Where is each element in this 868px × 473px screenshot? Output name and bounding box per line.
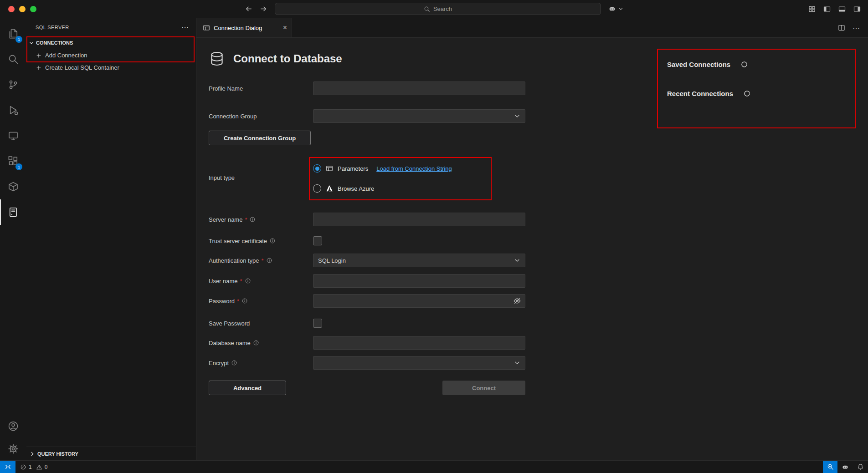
- connect-button[interactable]: Connect: [442, 381, 525, 395]
- close-tab-icon[interactable]: ×: [283, 24, 287, 31]
- refresh-icon[interactable]: [740, 61, 748, 68]
- activity-sql-server[interactable]: [0, 199, 26, 225]
- customize-layout-icon[interactable]: [808, 5, 816, 13]
- input-type-radio-group: Parameters Load from Connection String B…: [313, 159, 452, 196]
- dialog-buttons-row: Advanced Connect: [209, 381, 525, 395]
- plus-icon: [36, 52, 42, 59]
- activity-extensions[interactable]: 1: [0, 148, 26, 174]
- chevron-down-icon: [618, 6, 623, 11]
- layout-controls: [808, 0, 861, 18]
- profile-name-input[interactable]: [313, 81, 525, 95]
- minimize-window-button[interactable]: [19, 6, 26, 12]
- source-control-icon: [8, 79, 19, 90]
- more-actions-icon[interactable]: ⋯: [853, 24, 860, 32]
- copilot-status-icon[interactable]: [837, 461, 853, 473]
- chevron-down-icon: [28, 40, 35, 46]
- problems-indicator[interactable]: 1 0: [15, 461, 49, 473]
- remote-indicator[interactable]: [0, 461, 15, 473]
- activity-run-debug[interactable]: [0, 97, 26, 123]
- database-name-input[interactable]: [313, 336, 525, 350]
- toggle-panel-icon[interactable]: [838, 5, 846, 13]
- sql-server-icon: [8, 207, 19, 218]
- copilot-menu[interactable]: [608, 5, 623, 13]
- saved-connections-row: Saved Connections: [667, 59, 868, 70]
- activity-explorer[interactable]: 1: [0, 21, 26, 46]
- save-password-checkbox[interactable]: [313, 319, 322, 328]
- create-connection-group-button[interactable]: Create Connection Group: [209, 131, 311, 145]
- toggle-secondary-sidebar-icon[interactable]: [853, 5, 861, 13]
- errors-count: 1: [29, 464, 32, 470]
- parameters-option: Parameters Load from Connection String: [313, 162, 452, 175]
- run-debug-icon: [8, 105, 19, 116]
- command-center-search[interactable]: Search: [275, 3, 601, 15]
- close-window-button[interactable]: [8, 6, 15, 12]
- encrypt-select[interactable]: [313, 356, 525, 370]
- toggle-sidebar-icon[interactable]: [823, 5, 831, 13]
- tab-connection-dialog[interactable]: Connection Dialog ×: [196, 18, 292, 37]
- chevron-down-icon: [514, 113, 520, 119]
- password-row: Password *: [209, 294, 655, 308]
- query-history-section-header[interactable]: QUERY HISTORY: [26, 447, 196, 460]
- explorer-badge: 1: [15, 36, 22, 43]
- trust-server-certificate-checkbox[interactable]: [313, 236, 322, 245]
- maximize-window-button[interactable]: [30, 6, 36, 12]
- user-name-input[interactable]: [313, 274, 525, 288]
- create-local-sql-container-item[interactable]: Create Local SQL Container: [26, 61, 196, 74]
- profile-name-label: Profile Name: [209, 85, 313, 92]
- activity-search[interactable]: [0, 46, 26, 72]
- authentication-type-label: Authentication type *: [209, 257, 313, 264]
- history-navigation: [245, 5, 267, 13]
- password-info-icon[interactable]: [241, 298, 248, 304]
- authentication-type-info-icon[interactable]: [266, 257, 272, 264]
- connection-dialog-form: Connect to Database Profile Name Connect…: [196, 38, 655, 460]
- parameters-label[interactable]: Parameters: [338, 165, 368, 172]
- trust-server-certificate-info-icon[interactable]: [269, 238, 276, 244]
- activity-containers[interactable]: [0, 174, 26, 199]
- toggle-password-visibility-icon[interactable]: [513, 297, 521, 305]
- password-input[interactable]: [313, 294, 525, 308]
- profile-name-row: Profile Name: [209, 81, 655, 95]
- cube-icon: [8, 181, 19, 192]
- connection-group-label: Connection Group: [209, 113, 313, 120]
- database-name-info-icon[interactable]: [253, 340, 259, 346]
- editor-body: Connect to Database Profile Name Connect…: [196, 38, 868, 460]
- parameters-radio[interactable]: [313, 164, 321, 173]
- activity-settings[interactable]: [0, 437, 26, 460]
- user-name-info-icon[interactable]: [245, 278, 251, 284]
- connections-section-header[interactable]: CONNECTIONS: [26, 36, 196, 49]
- zoom-indicator[interactable]: [823, 461, 837, 473]
- browse-azure-radio[interactable]: [313, 184, 321, 193]
- vscode-window: Search: [0, 0, 868, 473]
- activity-accounts[interactable]: [0, 415, 26, 437]
- server-name-info-icon[interactable]: [249, 216, 256, 223]
- forward-icon[interactable]: [260, 5, 267, 13]
- sidebar-header: SQL SERVER ⋯: [26, 18, 196, 36]
- database-name-row: Database name: [209, 336, 655, 350]
- encrypt-info-icon[interactable]: [231, 360, 237, 366]
- advanced-button[interactable]: Advanced: [209, 381, 286, 395]
- back-icon[interactable]: [245, 5, 252, 13]
- connection-group-select[interactable]: [313, 109, 525, 123]
- warnings-count: 0: [45, 464, 48, 470]
- server-name-input[interactable]: [313, 213, 525, 226]
- main-area: 1 1: [0, 18, 868, 460]
- activity-bar-spacer: [0, 225, 26, 415]
- activity-source-control[interactable]: [0, 72, 26, 97]
- sidebar-more-actions-icon[interactable]: ⋯: [181, 25, 189, 30]
- notifications-bell-icon[interactable]: [853, 461, 868, 473]
- tab-bar: Connection Dialog × ⋯: [196, 18, 868, 38]
- authentication-type-select[interactable]: SQL Login: [313, 254, 525, 267]
- required-asterisk: *: [262, 257, 264, 264]
- load-from-connection-string-link[interactable]: Load from Connection String: [376, 165, 452, 172]
- saved-connections-header: Saved Connections: [667, 61, 730, 68]
- refresh-icon[interactable]: [743, 90, 751, 97]
- database-icon: [209, 51, 225, 67]
- browse-azure-label[interactable]: Browse Azure: [338, 185, 374, 192]
- search-placeholder: Search: [433, 5, 452, 12]
- activity-remote-explorer[interactable]: [0, 123, 26, 148]
- errors-icon: [20, 464, 26, 470]
- add-connection-item[interactable]: Add Connection: [26, 49, 196, 61]
- split-editor-icon[interactable]: [838, 24, 845, 31]
- create-connection-group-row: Create Connection Group: [209, 131, 655, 145]
- search-icon: [8, 54, 19, 65]
